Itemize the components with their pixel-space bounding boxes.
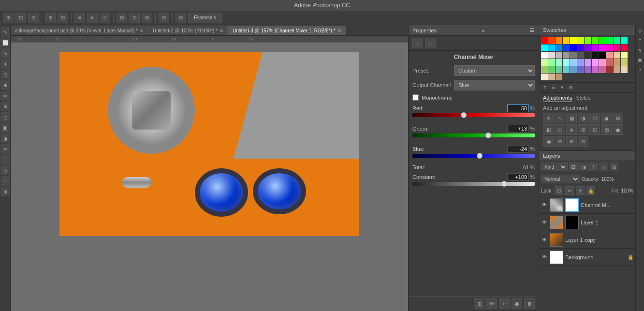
curves-icon[interactable]: ∿ [555, 113, 565, 123]
prop-icon-circle[interactable]: ○ [412, 38, 423, 48]
swatch[interactable] [592, 52, 599, 59]
exposure-icon[interactable]: ◑ [578, 113, 588, 123]
swatch[interactable] [556, 52, 562, 59]
constant-slider-thumb[interactable] [501, 181, 507, 187]
swatch[interactable] [621, 59, 628, 66]
green-slider-track[interactable] [412, 133, 535, 137]
layer-row-layer1[interactable]: 👁 Layer 1 [539, 214, 635, 231]
swatch[interactable] [541, 74, 548, 80]
lock-all-icon[interactable]: 🔒 [586, 186, 595, 195]
side-icon-para[interactable]: ¶ [636, 46, 644, 54]
green-value-input[interactable] [507, 125, 529, 133]
marquee-tool[interactable]: ⬜ [0, 38, 10, 47]
footer-visibility-icon[interactable]: ◉ [512, 298, 522, 309]
swatch[interactable] [570, 59, 577, 66]
swatch[interactable] [585, 37, 591, 44]
tab-1[interactable]: allImageBackground.psd @ 50% (Vivval, La… [11, 26, 148, 35]
layer-visibility-eye[interactable]: 👁 [541, 219, 548, 226]
layers-icon-shape[interactable]: ◇ [600, 163, 608, 171]
swatch[interactable] [606, 66, 613, 73]
hand-tool[interactable]: ☜ [0, 176, 10, 186]
green-slider-thumb[interactable] [485, 133, 491, 138]
swatch[interactable] [556, 37, 562, 44]
swatch[interactable] [570, 37, 577, 44]
swatch[interactable] [577, 37, 584, 44]
swatch[interactable] [585, 52, 591, 59]
tab-3[interactable]: Untitled-3 @ 157% (Channel Mixer 1, RGB/… [228, 26, 345, 35]
swatch[interactable] [599, 66, 606, 73]
toolbar-icon-2[interactable]: ⊡ [15, 13, 26, 23]
toolbar-icon-5[interactable]: ⊟ [58, 13, 68, 23]
swatch[interactable] [548, 74, 555, 80]
gradient-tool[interactable]: ▣ [0, 123, 10, 133]
toolbar-icon-4[interactable]: ⊞ [45, 13, 56, 23]
toolbar-icon-3[interactable]: ⊟ [28, 13, 39, 23]
brush-tool[interactable]: ✏ [0, 91, 10, 101]
channel-mixer-icon[interactable]: ⊕ [566, 124, 577, 135]
swatch[interactable] [621, 66, 628, 73]
swatch[interactable] [599, 59, 606, 66]
swatch[interactable] [614, 44, 620, 51]
blend-mode-select[interactable]: Normal [541, 175, 580, 183]
layer-row-background[interactable]: 👁 Background 🔒 [539, 249, 635, 266]
swatch[interactable] [563, 59, 570, 66]
stamp-tool[interactable]: ⊕ [0, 102, 10, 111]
swatch[interactable] [606, 37, 613, 44]
layer-visibility-eye[interactable]: 👁 [541, 202, 548, 208]
swatch[interactable] [570, 66, 577, 73]
preset-select[interactable]: Custom [454, 65, 535, 76]
swatch[interactable] [563, 66, 570, 73]
swatch[interactable] [599, 52, 606, 59]
properties-expand-icon[interactable]: » [482, 28, 485, 33]
toolbar-icon-9[interactable]: ⊞ [117, 13, 127, 23]
crop-tool[interactable]: ⊡ [0, 70, 10, 79]
levels-icon[interactable]: ▦ [566, 113, 577, 123]
layer-visibility-eye[interactable]: 👁 [541, 237, 548, 243]
constant-slider-track[interactable] [412, 182, 535, 186]
color-balance-icon[interactable]: ⊞ [613, 113, 623, 123]
footer-history-icon[interactable]: ↩ [499, 298, 510, 309]
tab-2[interactable]: Untitled-2 @ 100% (RGB/8*) * ✕ [148, 26, 228, 35]
swatch[interactable] [606, 44, 613, 51]
swatch[interactable] [621, 44, 628, 51]
swatch[interactable] [548, 66, 555, 73]
swatch[interactable] [548, 37, 555, 44]
solid-color-icon[interactable]: ⊞ [566, 136, 577, 147]
blue-value-input[interactable] [507, 145, 529, 153]
footer-eye-icon[interactable]: 👁 [486, 298, 497, 309]
swatch[interactable] [599, 44, 606, 51]
red-slider-thumb[interactable] [461, 112, 467, 118]
constant-value-input[interactable] [507, 173, 529, 181]
side-icon-hist[interactable]: ▣ [636, 56, 644, 64]
brightness-icon[interactable]: ☀ [543, 113, 554, 123]
swatch[interactable] [585, 44, 591, 51]
swatch[interactable] [585, 59, 591, 66]
swatch[interactable] [556, 66, 562, 73]
layers-icon-smart[interactable]: ⊞ [610, 163, 618, 171]
swatch[interactable] [577, 59, 584, 66]
red-value-input[interactable] [507, 104, 529, 112]
lock-image-icon[interactable]: ✏ [565, 186, 574, 195]
swatch[interactable] [548, 59, 555, 66]
swatch[interactable] [577, 66, 584, 73]
swatch[interactable] [548, 44, 555, 51]
swatch[interactable] [541, 59, 548, 66]
tab-1-close[interactable]: ✕ [140, 28, 144, 33]
swatch[interactable] [577, 52, 584, 59]
hue-sat-icon[interactable]: ◕ [601, 113, 612, 123]
monochrome-checkbox[interactable] [412, 94, 419, 101]
zoom-tool[interactable]: ⊕ [0, 187, 10, 196]
posterize-icon[interactable]: ▤ [601, 124, 612, 135]
threshold-icon[interactable]: ◼ [613, 124, 623, 135]
right-icon-1[interactable]: T [541, 84, 549, 91]
swatch[interactable] [621, 52, 628, 59]
swatch[interactable] [541, 52, 548, 59]
right-icon-4[interactable]: ⊞ [567, 84, 575, 91]
toolbar-icon-10[interactable]: ⊡ [129, 13, 140, 23]
magic-wand-tool[interactable]: ✦ [0, 59, 10, 69]
blue-slider-thumb[interactable] [477, 153, 483, 159]
swatch[interactable] [606, 59, 613, 66]
bw-icon[interactable]: ◧ [543, 124, 554, 135]
swatch[interactable] [541, 37, 548, 44]
lasso-tool[interactable]: ∿ [0, 48, 10, 58]
